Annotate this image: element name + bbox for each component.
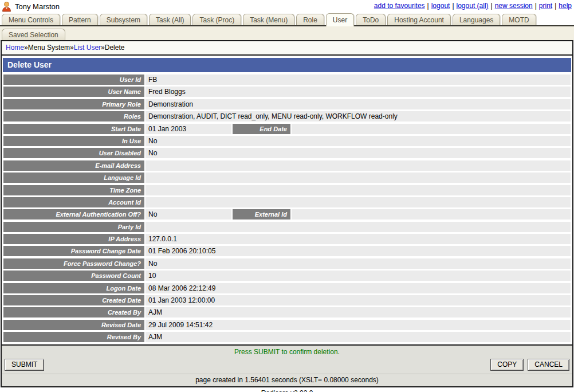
tab-menu-controls[interactable]: Menu Controls xyxy=(2,14,60,25)
field-label: Roles xyxy=(3,111,144,121)
submit-button[interactable]: SUBMIT xyxy=(5,359,44,371)
field-label: Revised By xyxy=(3,332,144,342)
field-value: 08 Mar 2006 22:12:49 xyxy=(146,283,571,293)
field-value xyxy=(146,222,571,232)
field-label: User Disabled xyxy=(3,148,144,158)
field-label: Language Id xyxy=(3,173,144,183)
field-row-user-disabled: User Disabled No xyxy=(3,148,571,158)
breadcrumb-home[interactable]: Home xyxy=(6,44,24,52)
field-value: 29 Jul 2009 14:51:42 xyxy=(146,320,571,330)
field-value: FB xyxy=(146,75,571,85)
field-value: No xyxy=(146,148,571,158)
bottom-section: Press SUBMIT to confirm deletion. SUBMIT… xyxy=(2,344,572,386)
field-value: No xyxy=(146,258,571,269)
tab-task-all[interactable]: Task (All) xyxy=(149,14,191,25)
link-print[interactable]: print xyxy=(539,2,552,10)
link-separator: | xyxy=(452,2,454,10)
field-row-user-id: User Id FB xyxy=(3,75,571,85)
field-row-party-id: Party Id xyxy=(3,222,571,232)
field-label: User Id xyxy=(3,75,144,85)
button-row: SUBMIT COPY CANCEL xyxy=(2,357,572,374)
breadcrumb-separator: » xyxy=(70,44,74,52)
link-separator: | xyxy=(491,2,493,10)
confirmation-message: Press SUBMIT to confirm deletion. xyxy=(2,346,572,357)
link-new-session[interactable]: new session xyxy=(495,2,533,10)
field-label: E-mail Address xyxy=(3,160,144,171)
version-label: Radicore v2.02.0 xyxy=(0,387,574,392)
user-ident: Tony Marston xyxy=(1,1,60,12)
field-row-language-id: Language Id xyxy=(3,173,571,183)
field-value: 01 Feb 2006 20:10:05 xyxy=(146,246,571,256)
secondary-tab-bar: Saved Selection xyxy=(0,26,574,40)
breadcrumb-menu-system: Menu System xyxy=(28,44,70,52)
field-value xyxy=(146,173,571,183)
page-title: Delete User xyxy=(3,58,571,72)
tab-todo[interactable]: ToDo xyxy=(356,14,386,25)
top-links: add to favourites|logout|logout (all)|ne… xyxy=(374,1,572,10)
field-value-external-id xyxy=(292,209,571,219)
tab-motd[interactable]: MOTD xyxy=(502,14,536,25)
username: Tony Marston xyxy=(15,2,60,11)
field-row-password-count: Password Count 10 xyxy=(3,271,571,281)
field-row-start-date: Start Date 01 Jan 2003 End Date xyxy=(3,124,571,134)
breadcrumb: Home»Menu System»List User»Delete xyxy=(2,41,572,56)
field-label: IP Address xyxy=(3,234,144,244)
page-timing: page created in 1.56401 seconds (XSLT= 0… xyxy=(2,374,572,386)
field-row-revised-date: Revised Date 29 Jul 2009 14:51:42 xyxy=(3,320,571,330)
field-row-roles: Roles Demonstration, AUDIT, DICT read_on… xyxy=(3,111,571,121)
tab-task-proc[interactable]: Task (Proc) xyxy=(192,14,241,25)
field-label: Force Password Change? xyxy=(3,258,144,269)
header-bar: Tony Marston add to favourites|logout|lo… xyxy=(0,0,574,13)
tab-languages[interactable]: Languages xyxy=(453,14,500,25)
field-value: 01 Jan 2003 xyxy=(146,124,231,134)
link-separator: | xyxy=(535,2,537,10)
field-row-in-use: In Use No xyxy=(3,136,571,146)
tab-pattern[interactable]: Pattern xyxy=(62,14,98,25)
field-value: 10 xyxy=(146,271,571,281)
button-group-right: COPY CANCEL xyxy=(490,359,569,371)
field-value: Demonstration, AUDIT, DICT read_only, ME… xyxy=(146,111,571,121)
field-label: Password Change Date xyxy=(3,246,144,256)
breadcrumb-list-user[interactable]: List User xyxy=(74,44,101,52)
field-value: Fred Bloggs xyxy=(146,87,571,97)
field-label-end-date: End Date xyxy=(233,124,290,134)
field-value: AJM xyxy=(146,332,571,342)
field-value xyxy=(146,160,571,171)
link-logout[interactable]: logout xyxy=(431,2,450,10)
field-value-end-date xyxy=(292,124,571,134)
link-separator: | xyxy=(555,2,556,10)
field-row-logon-date: Logon Date 08 Mar 2006 22:12:49 xyxy=(3,283,571,293)
field-row-revised-by: Revised By AJM xyxy=(3,332,571,342)
field-label: User Name xyxy=(3,87,144,97)
copy-button[interactable]: COPY xyxy=(490,359,524,371)
link-add-to-favourites[interactable]: add to favourites xyxy=(374,2,425,10)
field-label: Password Count xyxy=(3,271,144,281)
field-row-user-name: User Name Fred Bloggs xyxy=(3,87,571,97)
breadcrumb-separator: » xyxy=(24,44,28,52)
tab-task-menu[interactable]: Task (Menu) xyxy=(243,14,294,25)
link-separator: | xyxy=(427,2,429,10)
field-row-force-password-change: Force Password Change? No xyxy=(3,258,571,269)
tab-hosting-account[interactable]: Hosting Account xyxy=(387,14,451,25)
field-row-primary-role: Primary Role Demonstration xyxy=(3,99,571,109)
link-logout-all[interactable]: logout (all) xyxy=(457,2,489,10)
field-label: External Authentication Off? xyxy=(3,209,144,219)
tab-subsystem[interactable]: Subsystem xyxy=(100,14,147,25)
field-value xyxy=(146,185,571,195)
tab-role[interactable]: Role xyxy=(296,14,324,25)
link-help[interactable]: help xyxy=(559,2,572,10)
field-label-external-id: External Id xyxy=(233,209,290,219)
breadcrumb-separator: » xyxy=(101,44,105,52)
field-label: Time Zone xyxy=(3,185,144,195)
main-tab-bar: Menu Controls Pattern Subsystem Task (Al… xyxy=(0,13,574,26)
field-label: Party Id xyxy=(3,222,144,232)
tab-saved-selection[interactable]: Saved Selection xyxy=(2,29,65,40)
field-row-created-date: Created Date 01 Jan 2003 12:00:00 xyxy=(3,295,571,305)
tab-user[interactable]: User xyxy=(326,13,354,26)
breadcrumb-delete: Delete xyxy=(105,44,125,52)
field-label: Created Date xyxy=(3,295,144,305)
field-label: Logon Date xyxy=(3,283,144,293)
cancel-button[interactable]: CANCEL xyxy=(528,359,569,371)
field-row-time-zone: Time Zone xyxy=(3,185,571,195)
field-row-account-id: Account Id xyxy=(3,197,571,207)
